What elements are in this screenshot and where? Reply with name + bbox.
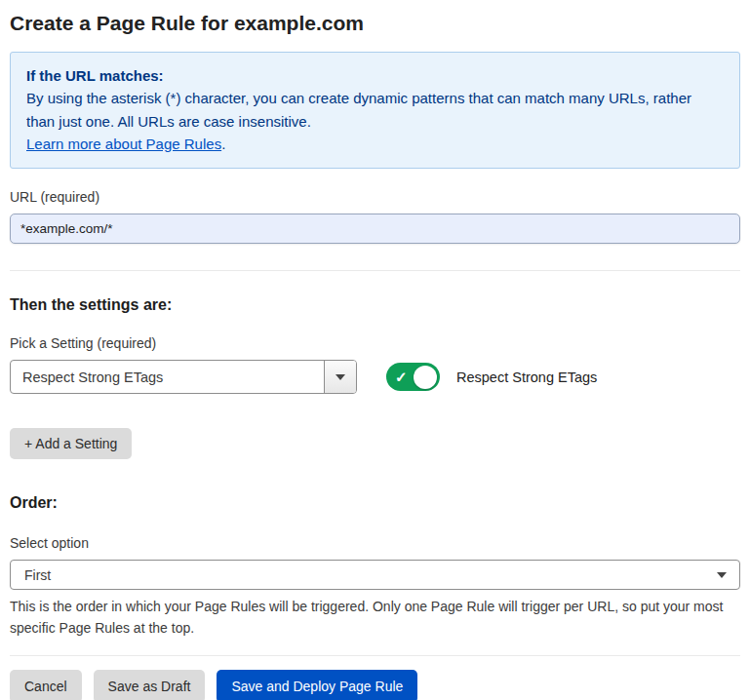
page-rule-form: Create a Page Rule for example.com If th…: [0, 0, 750, 700]
url-input[interactable]: [10, 214, 740, 244]
toggle-knob: [414, 366, 437, 389]
caret-down-icon: [336, 374, 345, 380]
order-select[interactable]: First: [10, 560, 740, 590]
etag-toggle-group: ✓ Respect Strong ETags: [386, 363, 597, 391]
respect-strong-etags-toggle[interactable]: ✓: [386, 363, 440, 391]
info-box-link-line: Learn more about Page Rules.: [26, 133, 724, 155]
setting-select-dropdown-button[interactable]: [324, 361, 356, 393]
learn-more-page-rules-link[interactable]: Learn more about Page Rules: [26, 136, 221, 152]
setting-picker-label: Pick a Setting (required): [10, 335, 740, 351]
order-section-heading: Order:: [10, 494, 740, 512]
order-select-label: Select option: [10, 535, 740, 551]
order-help-text: This is the order in which your Page Rul…: [10, 597, 731, 639]
add-setting-wrap: + Add a Setting: [10, 428, 740, 459]
link-suffix-period: .: [221, 136, 225, 152]
setting-select[interactable]: Respect Strong ETags: [10, 360, 357, 394]
add-setting-button[interactable]: + Add a Setting: [10, 428, 132, 459]
info-box-body: By using the asterisk (*) character, you…: [26, 87, 724, 133]
caret-down-icon: [717, 572, 727, 578]
save-and-deploy-button[interactable]: Save and Deploy Page Rule: [217, 670, 417, 700]
section-divider: [10, 270, 740, 271]
setting-row: Respect Strong ETags ✓ Respect Strong ET…: [10, 360, 740, 394]
toggle-label: Respect Strong ETags: [456, 369, 597, 385]
url-match-info-box: If the URL matches: By using the asteris…: [10, 52, 740, 169]
settings-section-heading: Then the settings are:: [10, 296, 740, 314]
info-box-heading: If the URL matches:: [26, 64, 724, 87]
form-actions: Cancel Save as Draft Save and Deploy Pag…: [10, 670, 740, 700]
url-field-label: URL (required): [10, 189, 740, 205]
page-title: Create a Page Rule for example.com: [10, 12, 740, 35]
cancel-button[interactable]: Cancel: [10, 670, 82, 700]
order-select-value: First: [24, 567, 51, 583]
setting-select-value: Respect Strong ETags: [11, 361, 324, 393]
footer-divider: [10, 655, 740, 656]
check-icon: ✓: [395, 369, 408, 383]
save-as-draft-button[interactable]: Save as Draft: [94, 670, 206, 700]
